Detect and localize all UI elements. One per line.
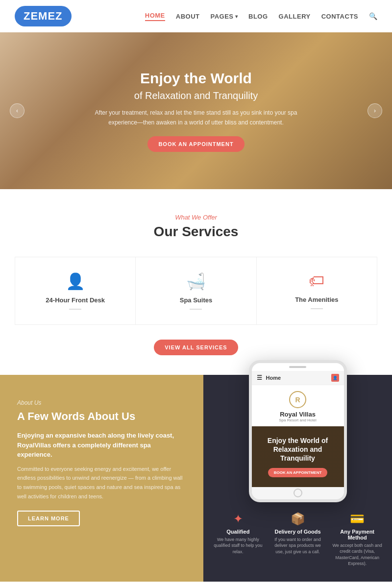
nav-blog[interactable]: BLOG [248, 13, 268, 20]
about-highlight: Enjoying an expansive beach along the li… [17, 431, 186, 460]
feature-item-0: ✦ Qualified We have many highly qualifie… [213, 512, 263, 567]
services-title: Our Services [15, 224, 377, 240]
header: ZEMEZ HOME ABOUT PAGES BLOG GALLERY CONT… [0, 0, 392, 32]
phone-hamburger-icon: ☰ [257, 374, 262, 381]
about-eyebrow: About Us [17, 399, 186, 406]
phone-bottom-bar [252, 487, 344, 499]
book-appointment-button[interactable]: BOOK AN APPOINTMENT [147, 136, 244, 152]
phone-cta-button[interactable]: BOOK AN APPOINTMENT [268, 468, 328, 477]
nav-pages[interactable]: PAGES [210, 13, 238, 20]
about-left: About Us A Few Words About Us Enjoying a… [0, 375, 203, 582]
logo[interactable]: ZEMEZ [15, 6, 72, 26]
hero-section: ‹ Enjoy the World of Relaxation and Tran… [0, 32, 392, 189]
service-icon-0: 👤 [25, 272, 125, 291]
feature-item-2: 💳 Any Payment Method We accept both cash… [332, 512, 382, 567]
phone-speaker [289, 366, 306, 368]
service-divider-0 [69, 309, 81, 310]
service-icon-2: 🏷 [267, 272, 367, 290]
feature-title-2: Any Payment Method [332, 529, 382, 540]
service-icon-1: 🛁 [146, 272, 246, 291]
features-row: ✦ Qualified We have many highly qualifie… [213, 512, 382, 567]
phone-mockup: ☰ Home 👤 R Royal Villas Spa Resort and H… [249, 360, 347, 502]
feature-text-2: We accept both cash and credit cards (Vi… [332, 542, 382, 567]
hero-title: Enjoy the World [93, 70, 299, 87]
service-divider-1 [190, 309, 202, 310]
hero-next-button[interactable]: › [368, 103, 382, 118]
service-name-1: Spa Suites [146, 296, 246, 304]
phone-logo-circle: R [289, 391, 306, 408]
main-nav: HOME ABOUT PAGES BLOG GALLERY CONTACTS 🔍 [145, 12, 377, 21]
delivery-icon: 📦 [273, 512, 323, 526]
feature-text-1: If you want to order and deliver spa pro… [273, 537, 323, 555]
feature-title-0: Qualified [213, 529, 263, 535]
service-name-2: The Amenities [267, 296, 367, 303]
service-item-0: 👤 24-Hour Front Desk [15, 257, 136, 324]
feature-item-1: 📦 Delivery of Goods If you want to order… [273, 512, 323, 567]
phone-hero-title: Enjoy the World of Relaxation and Tranqu… [258, 436, 338, 463]
nav-gallery[interactable]: GALLERY [279, 13, 311, 20]
services-grid: 👤 24-Hour Front Desk 🛁 Spa Suites 🏷 The … [15, 257, 377, 325]
view-all-services-button[interactable]: VIEW ALL SERVICES [154, 340, 238, 355]
qualified-icon: ✦ [213, 512, 263, 526]
phone-tagline: Spa Resort and Hotel [257, 418, 339, 422]
logo-text: ZEMEZ [24, 10, 63, 22]
phone-home-button[interactable] [294, 489, 302, 497]
service-divider-2 [311, 308, 323, 309]
nav-about[interactable]: ABOUT [176, 13, 200, 20]
feature-text-0: We have many highly qualified staff to h… [213, 537, 263, 555]
phone-logo-area: R Royal Villas Spa Resort and Hotel [252, 385, 344, 426]
services-section: What We Offer Our Services 👤 24-Hour Fro… [0, 189, 392, 375]
search-icon[interactable]: 🔍 [369, 12, 377, 20]
hero-subtitle: of Relaxation and Tranquility [93, 90, 299, 101]
about-title: A Few Words About Us [17, 410, 186, 423]
phone-brand-name: Royal Villas [257, 411, 339, 418]
about-right: ☰ Home 👤 R Royal Villas Spa Resort and H… [203, 375, 392, 582]
about-section: About Us A Few Words About Us Enjoying a… [0, 375, 392, 582]
nav-home[interactable]: HOME [145, 12, 165, 21]
feature-title-1: Delivery of Goods [273, 529, 323, 535]
about-text: Committed to everyone seeking energy and… [17, 465, 186, 501]
testimonials-section: Testimonials " No better way to rediscov… [0, 582, 392, 588]
payment-icon: 💳 [332, 512, 382, 526]
hero-text: After your treatment, relax and let the … [93, 108, 299, 127]
phone-user-icon: 👤 [331, 374, 339, 382]
hero-prev-button[interactable]: ‹ [10, 103, 24, 118]
service-item-1: 🛁 Spa Suites [136, 257, 256, 324]
phone-hero: Enjoy the World of Relaxation and Tranqu… [252, 426, 344, 487]
nav-contacts[interactable]: CONTACTS [321, 13, 358, 20]
learn-more-button[interactable]: LEARN MORE [17, 511, 80, 526]
service-item-2: 🏷 The Amenities [257, 257, 377, 324]
phone-nav-bar: ☰ Home 👤 [252, 371, 344, 385]
hero-content: Enjoy the World of Relaxation and Tranqu… [93, 70, 299, 151]
service-name-0: 24-Hour Front Desk [25, 296, 125, 304]
phone-nav-label: Home [266, 375, 281, 381]
services-eyebrow: What We Offer [15, 214, 377, 221]
